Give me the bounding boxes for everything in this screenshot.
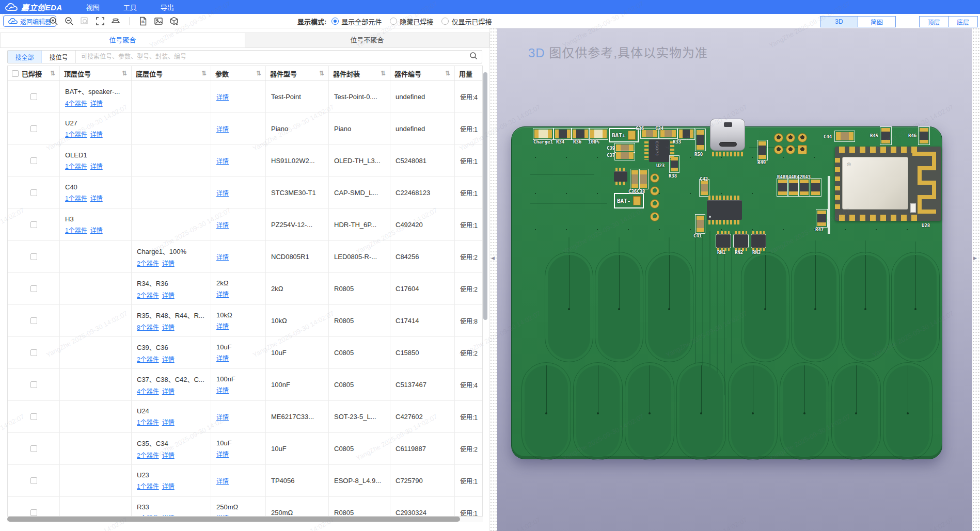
menu-view[interactable]: 视图 xyxy=(86,2,100,12)
detail-link[interactable]: 详情 xyxy=(216,321,229,330)
detail-link[interactable]: 2个器件 xyxy=(137,355,159,363)
detail-link[interactable]: 详情 xyxy=(162,387,175,395)
detail-link[interactable]: 详情 xyxy=(216,252,229,261)
row-checkbox[interactable] xyxy=(30,317,37,324)
zoom-out-icon[interactable] xyxy=(64,16,74,26)
detail-link[interactable]: 1个器件 xyxy=(137,417,159,426)
plated-hole-square xyxy=(798,145,807,154)
detail-link[interactable]: 详情 xyxy=(216,353,229,362)
radio-icon[interactable] xyxy=(331,18,339,25)
bom-file-icon[interactable]: B xyxy=(138,16,148,26)
detail-link[interactable]: 1个器件 xyxy=(65,162,87,170)
detail-link[interactable]: 详情 xyxy=(216,220,229,229)
display-mode-label: 显示模式: xyxy=(297,17,326,26)
horizontal-scrollbar[interactable] xyxy=(7,517,460,522)
layer-bottom-button[interactable]: 底层 xyxy=(949,16,978,27)
header-checkbox[interactable] xyxy=(12,70,19,77)
view-sketch-button[interactable]: 简图 xyxy=(858,16,896,27)
detail-link[interactable]: 2个器件 xyxy=(137,450,159,459)
detail-link[interactable]: 详情 xyxy=(90,99,103,107)
detail-link[interactable]: 8个器件 xyxy=(137,323,159,331)
fit-view-icon[interactable] xyxy=(95,16,105,26)
detail-link[interactable]: 2个器件 xyxy=(137,291,159,299)
tab-designator-ungrouped[interactable]: 位号不聚合 xyxy=(245,33,489,47)
collapse-right-icon[interactable]: ▶ xyxy=(973,255,977,261)
detail-link[interactable]: 详情 xyxy=(162,291,175,299)
usb-pins xyxy=(712,152,744,156)
detail-link[interactable]: 详情 xyxy=(90,130,103,138)
row-checkbox[interactable] xyxy=(30,477,37,484)
3d-viewer-canvas[interactable]: 3D 图仅供参考,具体以实物为准 BAT+ xyxy=(497,28,972,531)
sort-icon[interactable]: ⇅ xyxy=(319,70,324,77)
detail-link[interactable]: 1个器件 xyxy=(65,226,87,234)
row-checkbox[interactable] xyxy=(30,93,37,100)
detail-link[interactable]: 详情 xyxy=(216,156,229,165)
detail-link[interactable]: 详情 xyxy=(162,259,175,267)
sort-icon[interactable]: ⇅ xyxy=(50,70,55,77)
detail-link[interactable]: 1个器件 xyxy=(65,194,87,202)
detail-link[interactable]: 2个器件 xyxy=(137,259,159,267)
search-designator-segment[interactable]: 搜位号 xyxy=(42,51,76,63)
search-input[interactable] xyxy=(76,53,469,60)
panel-splitter-left[interactable]: ◀ xyxy=(489,28,497,531)
row-checkbox[interactable] xyxy=(30,221,37,228)
detail-link[interactable]: 详情 xyxy=(216,289,229,298)
panel-splitter-right[interactable]: ▶ xyxy=(972,28,980,531)
image-export-icon[interactable] xyxy=(153,16,164,26)
menu-export[interactable]: 导出 xyxy=(161,2,174,12)
sort-icon[interactable]: ⇅ xyxy=(381,70,386,77)
view-3d-button[interactable]: 3D xyxy=(820,16,858,27)
flip-board-icon[interactable] xyxy=(110,16,121,26)
detail-link[interactable]: 4个器件 xyxy=(65,99,87,107)
top-designator-cell xyxy=(60,369,132,400)
detail-link[interactable]: 详情 xyxy=(216,188,229,197)
detail-link[interactable]: 详情 xyxy=(162,450,175,459)
plated-hole xyxy=(650,173,659,183)
detail-link[interactable]: 1个器件 xyxy=(137,481,159,490)
row-checkbox[interactable] xyxy=(30,157,37,164)
row-checkbox[interactable] xyxy=(30,125,37,132)
sort-icon[interactable]: ⇅ xyxy=(201,70,207,77)
detail-link[interactable]: 详情 xyxy=(162,323,175,331)
detail-link[interactable]: 详情 xyxy=(216,449,229,458)
search-all-segment[interactable]: 搜全部 xyxy=(8,51,42,63)
sort-icon[interactable]: ⇅ xyxy=(256,70,261,77)
3d-export-icon[interactable] xyxy=(169,16,179,26)
sort-icon[interactable]: ⇅ xyxy=(445,70,450,77)
row-checkbox[interactable] xyxy=(30,509,37,516)
detail-link[interactable]: 1个器件 xyxy=(65,130,87,138)
search-icon[interactable] xyxy=(469,52,478,62)
detail-link[interactable]: 详情 xyxy=(216,476,229,485)
row-checkbox[interactable] xyxy=(30,445,37,452)
detail-link[interactable]: 详情 xyxy=(90,162,103,170)
detail-link[interactable]: 详情 xyxy=(162,481,175,490)
row-checkbox[interactable] xyxy=(30,253,37,260)
tab-designator-grouped[interactable]: 位号聚合 xyxy=(1,33,245,47)
detail-link[interactable]: 详情 xyxy=(216,92,229,101)
display-mode-radio[interactable]: 仅显示已焊接 xyxy=(441,17,492,26)
row-checkbox[interactable] xyxy=(30,189,37,196)
display-mode-radio[interactable]: 显示全部元件 xyxy=(331,17,382,26)
detail-link[interactable]: 详情 xyxy=(216,385,229,394)
radio-icon[interactable] xyxy=(441,18,449,25)
row-checkbox[interactable] xyxy=(30,285,37,292)
sort-icon[interactable]: ⇅ xyxy=(122,70,127,77)
detail-link[interactable]: 详情 xyxy=(90,194,103,202)
detail-link[interactable]: 详情 xyxy=(90,226,103,234)
row-checkbox[interactable] xyxy=(30,413,37,420)
layer-top-button[interactable]: 顶层 xyxy=(919,16,949,27)
zoom-in-icon[interactable] xyxy=(49,16,59,26)
detail-link[interactable]: 详情 xyxy=(216,412,229,421)
vertical-scrollbar[interactable] xyxy=(483,72,487,320)
menu-tools[interactable]: 工具 xyxy=(123,2,137,12)
detail-link[interactable]: 详情 xyxy=(216,124,229,133)
collapse-left-icon[interactable]: ◀ xyxy=(491,255,495,261)
detail-link[interactable]: 4个器件 xyxy=(137,387,159,395)
display-mode-radio[interactable]: 隐藏已焊接 xyxy=(390,17,433,26)
detail-link[interactable]: 详情 xyxy=(162,355,175,363)
row-checkbox[interactable] xyxy=(30,349,37,356)
radio-icon[interactable] xyxy=(390,18,397,25)
zoom-area-icon[interactable] xyxy=(80,16,90,26)
detail-link[interactable]: 详情 xyxy=(162,417,175,426)
row-checkbox[interactable] xyxy=(30,381,37,388)
